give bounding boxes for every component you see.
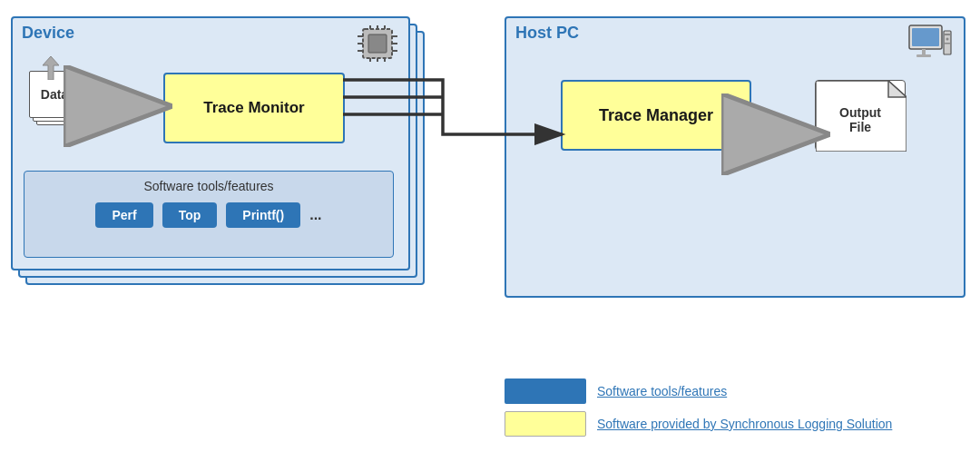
trace-manager-label: Trace Manager xyxy=(599,106,713,125)
trace-manager-box: Trace Manager xyxy=(561,80,751,151)
legend-color-blue xyxy=(505,378,586,404)
output-file-label: OutputFile xyxy=(839,96,881,134)
trace-monitor-box: Trace Monitor xyxy=(163,73,345,143)
device-layer-main: Device xyxy=(11,16,410,270)
host-panel: Host PC Trace Manager xyxy=(505,16,965,298)
chip-icon xyxy=(356,25,399,65)
svg-point-21 xyxy=(946,38,949,41)
sw-tools-panel: Software tools/features Perf Top Printf(… xyxy=(24,171,394,258)
svg-marker-24 xyxy=(888,81,906,97)
data-up-arrow xyxy=(43,56,59,84)
svg-rect-17 xyxy=(922,49,926,54)
printf-button[interactable]: Printf() xyxy=(226,202,300,228)
legend-item-sw-tools: Software tools/features xyxy=(505,378,892,404)
svg-rect-18 xyxy=(916,54,931,57)
top-button[interactable]: Top xyxy=(162,202,218,228)
device-panel: Device xyxy=(11,16,436,298)
legend-sw-provided-link[interactable]: Software provided by Synchronous Logging… xyxy=(597,417,892,431)
diagram-container: Device xyxy=(0,0,980,462)
computer-icon xyxy=(906,24,953,64)
svg-rect-13 xyxy=(368,34,387,53)
sw-tools-buttons: Perf Top Printf() ... xyxy=(24,202,393,228)
svg-rect-20 xyxy=(945,34,950,35)
legend-item-sw-provided: Software provided by Synchronous Logging… xyxy=(505,411,892,437)
trace-monitor-label: Trace Monitor xyxy=(203,99,304,117)
legend-color-yellow xyxy=(505,411,586,437)
svg-rect-16 xyxy=(912,28,939,46)
perf-button[interactable]: Perf xyxy=(95,202,152,228)
sw-tool-ellipsis: ... xyxy=(309,202,321,228)
svg-rect-22 xyxy=(945,43,950,44)
sw-tools-label: Software tools/features xyxy=(24,179,393,193)
output-file-box: OutputFile xyxy=(815,80,906,151)
legend-sw-tools-link[interactable]: Software tools/features xyxy=(597,384,727,398)
data-box: Data xyxy=(29,71,94,133)
svg-marker-14 xyxy=(43,56,59,80)
data-label: Data xyxy=(41,87,68,102)
host-label: Host PC xyxy=(515,24,579,43)
device-label: Device xyxy=(22,24,74,43)
legend: Software tools/features Software provide… xyxy=(505,378,892,444)
